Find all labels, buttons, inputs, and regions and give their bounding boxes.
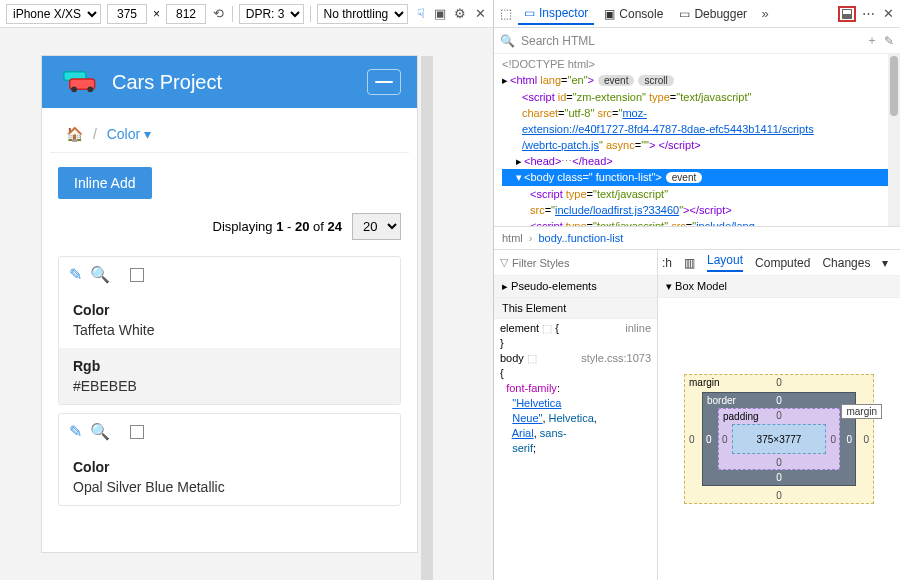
- tab-debugger[interactable]: ▭Debugger: [673, 4, 753, 24]
- box-model-diagram[interactable]: margin 0 0 0 0 border 0 0 0 0 padding 0: [658, 298, 900, 580]
- row-checkbox[interactable]: [130, 268, 144, 282]
- selected-node[interactable]: ▾<body class=" function-list">event: [502, 169, 898, 186]
- this-element-section: This Element: [494, 298, 657, 319]
- overflow-icon[interactable]: »: [757, 6, 773, 22]
- search-input[interactable]: [521, 34, 860, 48]
- page-size-select[interactable]: 20: [352, 213, 401, 240]
- dock-icon[interactable]: ▥: [684, 256, 695, 270]
- chevron-down-icon: ▾: [144, 126, 151, 142]
- svg-point-2: [71, 86, 77, 92]
- screenshot-icon[interactable]: ▣: [433, 6, 447, 22]
- styles-panel[interactable]: element ⬚ { inline } body ⬚ style.css:10…: [494, 319, 657, 580]
- list-item: ✎ 🔍 ColorTaffeta White Rgb#EBEBEB: [58, 256, 401, 405]
- tab-inspector[interactable]: ▭Inspector: [518, 3, 594, 25]
- close-devtools-icon[interactable]: ✕: [880, 6, 896, 22]
- edit-icon[interactable]: ✎: [69, 265, 82, 284]
- more-icon[interactable]: ⋯: [860, 6, 876, 22]
- filter-styles-input[interactable]: [512, 257, 651, 269]
- responsive-toolbar: iPhone X/XS × ⟲ DPR: 3 No throttling ☟ ▣…: [0, 0, 493, 28]
- tab-changes[interactable]: Changes: [822, 256, 870, 270]
- height-input[interactable]: [166, 4, 206, 24]
- preview-scrollbar[interactable]: [421, 56, 433, 580]
- tab-layout[interactable]: Layout: [707, 253, 743, 272]
- eyedropper-icon[interactable]: ✎: [884, 34, 894, 48]
- menu-button[interactable]: [367, 69, 401, 95]
- pseudo-elements-section[interactable]: ▸ Pseudo-elements: [494, 276, 657, 298]
- logo-icon: [58, 68, 102, 96]
- touch-icon[interactable]: ☟: [414, 6, 428, 22]
- device-preview: Cars Project 🏠 / Color ▾ Inline Add Disp…: [0, 28, 493, 580]
- width-input[interactable]: [107, 4, 147, 24]
- pick-element-icon[interactable]: ⬚: [498, 6, 514, 22]
- chevron-down-icon[interactable]: ▾: [882, 256, 888, 270]
- hover-icon[interactable]: :h: [662, 256, 672, 270]
- list-item: ✎ 🔍 ColorOpal Silver Blue Metallic: [58, 413, 401, 506]
- add-node-icon[interactable]: ＋: [866, 32, 878, 49]
- search-icon[interactable]: 🔍: [90, 422, 110, 441]
- app-header: Cars Project: [42, 56, 417, 108]
- search-icon[interactable]: 🔍: [90, 265, 110, 284]
- devtools-tabs: ⬚ ▭Inspector ▣Console ▭Debugger » ⋯ ✕: [494, 0, 900, 28]
- pagination: Displaying 1 - 20 of 24 20: [50, 205, 409, 248]
- svg-point-3: [87, 86, 93, 92]
- tab-console[interactable]: ▣Console: [598, 4, 669, 24]
- dom-tree[interactable]: <!DOCTYPE html> ▸<html lang="en">eventsc…: [494, 54, 900, 226]
- row-checkbox[interactable]: [130, 425, 144, 439]
- layout-tabs: :h ▥ Layout Computed Changes ▾: [658, 250, 900, 276]
- settings-icon[interactable]: ⚙: [453, 6, 467, 22]
- html-search: 🔍 ＋ ✎: [494, 28, 900, 54]
- inline-add-button[interactable]: Inline Add: [58, 167, 152, 199]
- tree-scrollbar[interactable]: [888, 54, 900, 226]
- rotate-icon[interactable]: ⟲: [212, 6, 226, 22]
- dpr-select[interactable]: DPR: 3: [239, 4, 304, 24]
- dom-breadcrumbs[interactable]: html›body..function-list: [494, 226, 900, 250]
- box-model-section: ▾ Box Model: [658, 276, 900, 298]
- edit-icon[interactable]: ✎: [69, 422, 82, 441]
- device-select[interactable]: iPhone X/XS: [6, 4, 101, 24]
- breadcrumb-home[interactable]: 🏠: [66, 126, 83, 142]
- search-icon: 🔍: [500, 34, 515, 48]
- close-icon[interactable]: ✕: [473, 6, 487, 22]
- breadcrumb: 🏠 / Color ▾: [50, 116, 409, 153]
- box-model-tooltip: margin: [841, 404, 882, 419]
- responsive-mode-icon[interactable]: [838, 6, 856, 22]
- breadcrumb-current[interactable]: Color ▾: [107, 126, 151, 142]
- filter-icon: ▽: [500, 256, 508, 269]
- tab-computed[interactable]: Computed: [755, 256, 810, 270]
- throttle-select[interactable]: No throttling: [317, 4, 408, 24]
- app-title: Cars Project: [112, 71, 222, 94]
